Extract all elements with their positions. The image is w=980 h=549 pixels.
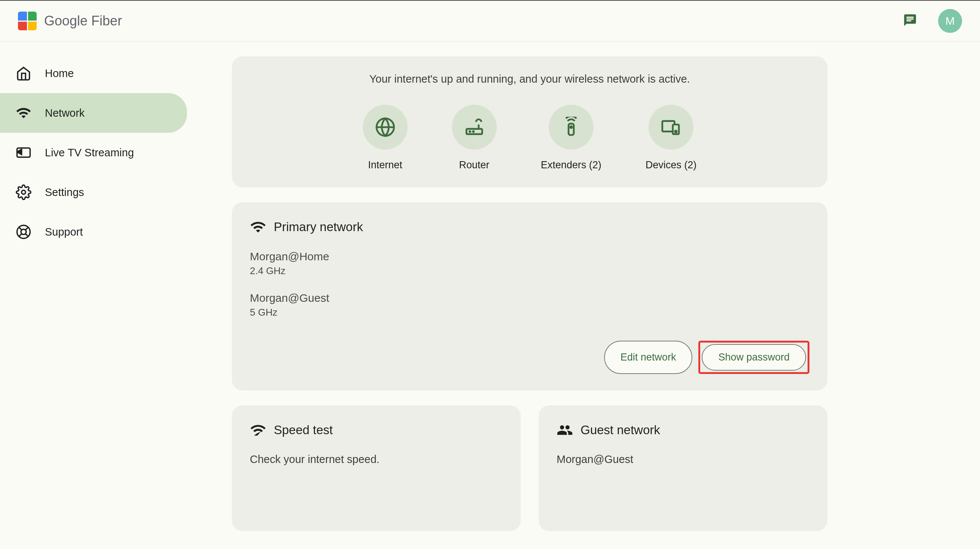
extender-icon	[549, 105, 593, 150]
brand-google: Google	[44, 13, 88, 29]
network-band: 5 GHz	[250, 307, 810, 318]
guest-network-card: Guest network Morgan@Guest placeholder p…	[539, 406, 827, 531]
network-name: Morgan@Guest	[250, 292, 810, 304]
chat-icon[interactable]	[903, 13, 917, 29]
globe-icon	[363, 105, 408, 150]
main-content: Your internet's up and running, and your…	[187, 41, 845, 549]
speed-test-desc: Check your internet speed.	[250, 453, 503, 466]
highlight-annotation: Show password	[698, 341, 810, 374]
avatar[interactable]: M	[938, 9, 962, 33]
network-name: Morgan@Home	[250, 250, 810, 263]
card-title: Guest network	[581, 423, 660, 437]
speed-icon	[250, 422, 266, 438]
sidebar: Home Network Live TV Streaming Settings …	[0, 41, 187, 549]
guest-network-name: Morgan@Guest	[557, 453, 810, 466]
status-label: Internet	[368, 159, 402, 171]
card-title: Speed test	[274, 423, 333, 437]
devices-icon	[649, 105, 694, 150]
status-label: Extenders (2)	[541, 159, 601, 171]
status-card: Your internet's up and running, and your…	[232, 56, 827, 187]
brand-text: Google Fiber	[44, 13, 122, 29]
router-icon	[452, 105, 497, 150]
header: Google Fiber M	[0, 1, 980, 41]
status-label: Devices (2)	[646, 159, 697, 171]
network-entry: Morgan@Home 2.4 GHz	[250, 250, 810, 277]
status-message: Your internet's up and running, and your…	[250, 73, 810, 85]
sidebar-item-label: Support	[45, 226, 83, 238]
sidebar-item-label: Network	[45, 107, 84, 119]
brand-logo-area[interactable]: Google Fiber	[18, 11, 122, 30]
sidebar-item-home[interactable]: Home	[0, 54, 187, 93]
svg-rect-10	[568, 124, 574, 135]
svg-point-1	[22, 190, 26, 194]
people-icon	[557, 422, 573, 438]
sidebar-item-label: Settings	[45, 186, 84, 199]
card-title: Primary network	[274, 220, 363, 234]
network-entry: Morgan@Guest 5 GHz	[250, 292, 810, 318]
svg-point-14	[675, 130, 677, 132]
wifi-icon	[250, 219, 266, 235]
status-label: Router	[459, 159, 489, 171]
status-item-extenders[interactable]: Extenders (2)	[541, 105, 601, 171]
status-item-devices[interactable]: Devices (2)	[646, 105, 697, 171]
avatar-initial: M	[946, 14, 955, 27]
svg-point-11	[570, 126, 572, 128]
svg-point-3	[21, 229, 26, 234]
sidebar-item-settings[interactable]: Settings	[0, 172, 187, 212]
fiber-logo-icon	[18, 11, 37, 30]
sidebar-item-support[interactable]: Support	[0, 212, 187, 252]
speed-test-card: Speed test Check your internet speed. pl…	[232, 406, 521, 531]
sidebar-item-label: Home	[45, 67, 74, 80]
sidebar-item-live-tv[interactable]: Live TV Streaming	[0, 133, 187, 172]
brand-fiber: Fiber	[88, 13, 122, 29]
show-password-button[interactable]: Show password	[702, 344, 806, 371]
primary-network-card: Primary network Morgan@Home 2.4 GHz Morg…	[232, 202, 827, 390]
sidebar-item-network[interactable]: Network	[0, 93, 187, 133]
edit-network-button[interactable]: Edit network	[604, 341, 693, 374]
sidebar-item-label: Live TV Streaming	[45, 146, 134, 159]
network-band: 2.4 GHz	[250, 265, 810, 277]
status-item-internet[interactable]: Internet	[363, 105, 408, 171]
status-item-router[interactable]: Router	[452, 105, 497, 171]
